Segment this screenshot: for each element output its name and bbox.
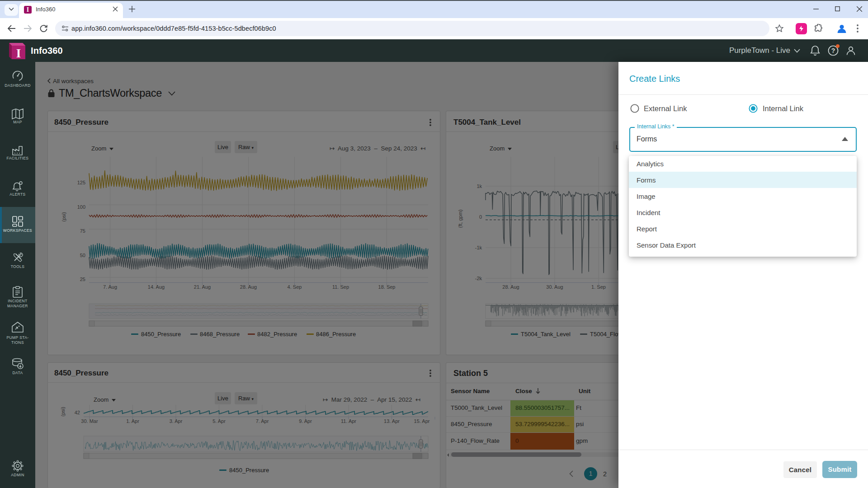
svg-text:I: I <box>16 47 21 60</box>
svg-text:?: ? <box>831 47 835 54</box>
